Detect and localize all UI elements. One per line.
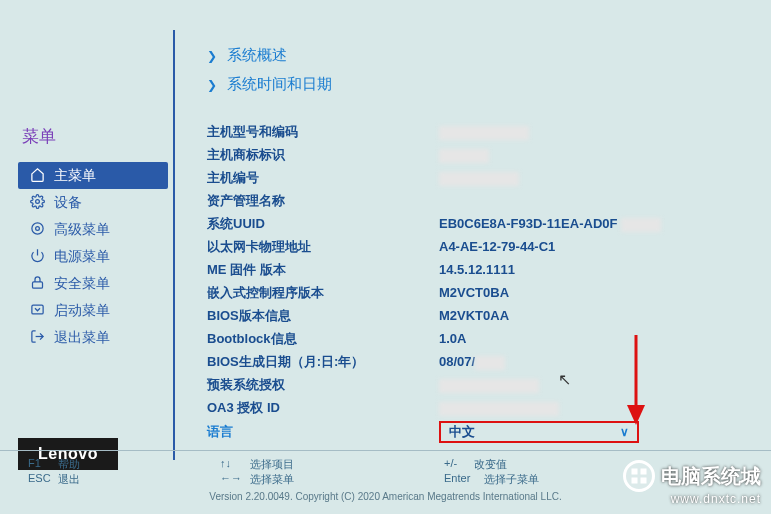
info-value: EB0C6E8A-F93D-11EA-AD0F [439, 216, 617, 231]
footer-label: 选择菜单 [250, 472, 294, 487]
info-row-uuid: 系统UUID EB0C6E8A-F93D-11EA-AD0F [207, 214, 771, 233]
menu-startup[interactable]: 启动菜单 [18, 297, 173, 324]
menu-power[interactable]: 电源菜单 [18, 243, 173, 270]
footer-label: 改变值 [474, 457, 507, 472]
menu-label: 启动菜单 [54, 302, 110, 320]
info-label: 资产管理名称 [207, 191, 439, 210]
language-label: 语言 [207, 423, 439, 441]
info-label: 主机型号和编码 [207, 122, 439, 141]
info-value: M2VKT0AA [439, 306, 509, 325]
gear-icon [28, 194, 46, 212]
info-label: OA3 授权 ID [207, 398, 439, 417]
footer-label: 退出 [58, 472, 80, 487]
sliders-icon [28, 221, 46, 239]
footer-key-updown: ↑↓ [220, 457, 250, 472]
svg-rect-4 [32, 281, 42, 287]
menu-label: 退出菜单 [54, 329, 110, 347]
menu-label: 设备 [54, 194, 82, 212]
info-row-model: 主机型号和编码 [207, 122, 771, 141]
info-value: 14.5.12.1111 [439, 260, 515, 279]
info-row-biosdate: BIOS生成日期（月:日:年） 08/07/ [207, 352, 771, 371]
menu-label: 主菜单 [54, 167, 96, 185]
power-icon [28, 248, 46, 266]
language-select[interactable]: 中文 ∨ [439, 421, 639, 443]
info-row-oa3: OA3 授权 ID [207, 398, 771, 417]
info-label: BIOS生成日期（月:日:年） [207, 352, 439, 371]
footer-key-f1: F1 [28, 457, 58, 472]
exit-icon [28, 329, 46, 347]
footer-key-plusminus: +/- [444, 457, 474, 472]
home-icon [28, 167, 46, 185]
menu-label: 安全菜单 [54, 275, 110, 293]
info-value: A4-AE-12-79-44-C1 [439, 237, 555, 256]
chevron-right-icon: ❯ [207, 49, 217, 63]
footer-key-esc: ESC [28, 472, 58, 487]
link-label: 系统时间和日期 [227, 75, 332, 94]
link-label: 系统概述 [227, 46, 287, 65]
svg-point-0 [35, 199, 39, 203]
chevron-right-icon: ❯ [207, 78, 217, 92]
footer-label: 选择子菜单 [484, 472, 539, 487]
info-label: ME 固件 版本 [207, 260, 439, 279]
info-label: 嵌入式控制程序版本 [207, 283, 439, 302]
info-label: Bootblock信息 [207, 329, 439, 348]
menu-main[interactable]: 主菜单 [18, 162, 168, 189]
info-label: 主机编号 [207, 168, 439, 187]
footer: F1帮助 ESC退出 ↑↓选择项目 ←→选择菜单 +/-改变值 Enter选择子… [0, 450, 771, 502]
info-row-ec: 嵌入式控制程序版本 M2VCT0BA [207, 283, 771, 302]
info-value: 08/07/ [439, 354, 475, 369]
info-row-me: ME 固件 版本 14.5.12.1111 [207, 260, 771, 279]
footer-key-enter: Enter [444, 472, 484, 487]
info-label: 主机商标标识 [207, 145, 439, 164]
info-row-serial: 主机编号 [207, 168, 771, 187]
info-row-bios: BIOS版本信息 M2VKT0AA [207, 306, 771, 325]
info-value: 1.0A [439, 329, 466, 348]
footer-key-leftright: ←→ [220, 472, 250, 487]
sidebar-title: 菜单 [18, 125, 173, 148]
vertical-divider [173, 30, 175, 460]
info-row-bootblock: Bootblock信息 1.0A [207, 329, 771, 348]
info-value: M2VCT0BA [439, 283, 509, 302]
menu-exit[interactable]: 退出菜单 [18, 324, 173, 351]
svg-point-1 [31, 222, 42, 233]
svg-point-2 [35, 226, 39, 230]
menu-label: 高级菜单 [54, 221, 110, 239]
info-row-preinstall: 预装系统授权 [207, 375, 771, 394]
chevron-down-icon: ∨ [620, 425, 629, 439]
info-label: 预装系统授权 [207, 375, 439, 394]
footer-label: 帮助 [58, 457, 80, 472]
menu-security[interactable]: 安全菜单 [18, 270, 173, 297]
menu-label: 电源菜单 [54, 248, 110, 266]
language-value: 中文 [449, 423, 475, 441]
menu-advanced[interactable]: 高级菜单 [18, 216, 173, 243]
info-row-asset: 资产管理名称 [207, 191, 771, 210]
startup-icon [28, 302, 46, 320]
info-label: 系统UUID [207, 214, 439, 233]
link-system-datetime[interactable]: ❯ 系统时间和日期 [207, 75, 771, 94]
info-row-brand: 主机商标标识 [207, 145, 771, 164]
lock-icon [28, 275, 46, 293]
svg-rect-5 [31, 305, 42, 314]
footer-label: 选择项目 [250, 457, 294, 472]
info-label: BIOS版本信息 [207, 306, 439, 325]
menu-devices[interactable]: 设备 [18, 189, 173, 216]
link-system-overview[interactable]: ❯ 系统概述 [207, 46, 771, 65]
info-row-mac: 以太网卡物理地址 A4-AE-12-79-44-C1 [207, 237, 771, 256]
info-label: 以太网卡物理地址 [207, 237, 439, 256]
copyright: Version 2.20.0049. Copyright (C) 2020 Am… [0, 491, 771, 502]
